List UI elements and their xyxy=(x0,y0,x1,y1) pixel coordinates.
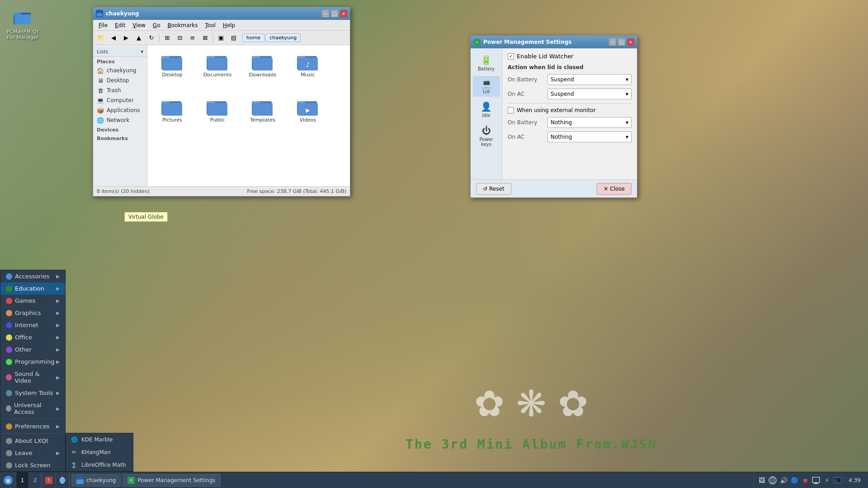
about-label: About LXQt xyxy=(15,437,48,444)
sidebar-lists-dropdown[interactable]: Lists ▾ xyxy=(93,47,147,57)
file-item-downloads[interactable]: Downloads xyxy=(242,50,283,90)
view-list-btn[interactable]: ≡ xyxy=(187,33,198,43)
close-button[interactable]: ✕ xyxy=(340,10,347,17)
menu-view[interactable]: View xyxy=(129,21,149,29)
file-item-videos[interactable]: ▶ Videos xyxy=(288,95,328,136)
menu-item-universal-access[interactable]: Universal Access ▶ xyxy=(0,399,65,418)
menu-item-other[interactable]: Other ▶ xyxy=(0,343,65,356)
pm-close-btn[interactable]: ✕ Close xyxy=(597,183,632,195)
pm-on-battery-dropdown[interactable]: Suspend ▾ xyxy=(547,74,632,85)
menu-item-graphics[interactable]: Graphics ▶ xyxy=(0,307,65,319)
pager-page-2[interactable]: 2 xyxy=(29,472,42,488)
taskbar-window-powermgmt[interactable]: ⚡ Power Management Settings xyxy=(123,474,220,487)
menu-item-preferences[interactable]: Preferences ▶ xyxy=(0,420,65,432)
filter-btn[interactable]: ▤ xyxy=(228,33,240,43)
pm-maximize-button[interactable]: □ xyxy=(618,38,625,46)
menu-help[interactable]: Help xyxy=(219,21,239,29)
new-folder-btn[interactable]: 📁 xyxy=(95,33,107,43)
file-item-pictures[interactable]: Pictures xyxy=(152,95,193,136)
pm-close-button[interactable]: ✕ xyxy=(627,38,634,46)
back-btn[interactable]: ◀ xyxy=(108,33,119,43)
menu-item-accessories[interactable]: Accessories ▶ xyxy=(0,270,65,282)
file-item-desktop[interactable]: Desktop xyxy=(152,50,193,90)
lists-select[interactable]: Lists ▾ xyxy=(95,49,145,55)
tray-terminal-icon[interactable]: $ _ xyxy=(834,476,842,484)
forward-btn[interactable]: ▶ xyxy=(120,33,132,43)
tray-bluetooth-icon[interactable]: 🔵 xyxy=(790,476,798,484)
pm-ext-on-battery-dropdown[interactable]: Nothing ▾ xyxy=(547,117,632,128)
menu-file[interactable]: File xyxy=(95,21,111,29)
file-item-music[interactable]: ♪ Music xyxy=(288,50,328,90)
sidebar-item-chaekyung[interactable]: 🏠 chaekyung xyxy=(93,66,147,75)
pm-on-ac-dropdown[interactable]: Suspend ▾ xyxy=(547,89,632,99)
menu-item-education[interactable]: Education ▶ xyxy=(0,282,65,295)
edu-item-kde-marble[interactable]: 🌐 KDE Marble xyxy=(66,433,133,446)
folder-icon-desktop xyxy=(161,52,183,70)
sidebar-item-applications[interactable]: 📦 Applications xyxy=(93,105,147,115)
file-item-templates[interactable]: Templates xyxy=(242,95,283,136)
edu-item-libreoffice-math[interactable]: ∑ LibreOffice Math xyxy=(66,459,133,471)
pm-tab-idle[interactable]: 👤 Idle xyxy=(473,99,500,121)
pm-tab-battery[interactable]: 🔋 Battery xyxy=(473,52,500,74)
taskbar-clock[interactable]: 4:39 xyxy=(844,477,864,483)
maximize-button[interactable]: □ xyxy=(331,10,338,17)
sidebar-item-trash[interactable]: 🗑 Trash xyxy=(93,85,147,95)
pm-tab-power-keys[interactable]: ⏻ Power keys xyxy=(473,122,500,150)
menu-edit[interactable]: Edit xyxy=(111,21,129,29)
sidebar-item-network[interactable]: 🌐 Network xyxy=(93,115,147,125)
file-item-documents[interactable]: Documents xyxy=(197,50,238,90)
pm-action-title: Action when lid is closed xyxy=(508,64,632,70)
menu-tool[interactable]: Tool xyxy=(202,21,219,29)
pm-on-ac-value: Suspend xyxy=(551,91,574,97)
menu-item-internet[interactable]: Internet ▶ xyxy=(0,319,65,331)
menu-item-lock-screen[interactable]: Lock Screen xyxy=(0,459,65,471)
taskbar-systray: 🖼 🔊 🔵 ⏺ ⚡ $ _ 4:39 xyxy=(754,472,868,488)
pm-minimize-button[interactable]: ─ xyxy=(609,38,616,46)
menu-go[interactable]: Go xyxy=(149,21,164,29)
breadcrumb-chaekyung[interactable]: chaekyung xyxy=(265,33,301,42)
tray-record-icon[interactable]: ⏺ xyxy=(801,476,809,484)
taskbar-window-filemanager[interactable]: chaekyung xyxy=(71,474,121,487)
menu-item-office[interactable]: Office ▶ xyxy=(0,331,65,343)
about-icon xyxy=(6,438,12,444)
menu-item-system-tools[interactable]: System Tools ▶ xyxy=(0,387,65,399)
pm-reset-button[interactable]: ↺ Reset xyxy=(476,183,511,195)
view-toggle-btn[interactable]: ▣ xyxy=(215,33,227,43)
pager-page-1[interactable]: 1 xyxy=(16,472,29,488)
sidebar-item-computer[interactable]: 💻 Computer xyxy=(93,95,147,105)
menu-item-sound-video[interactable]: Sound & Video ▶ xyxy=(0,368,65,387)
start-button[interactable] xyxy=(0,472,16,488)
breadcrumb-home[interactable]: home xyxy=(242,33,264,42)
view-compact-btn[interactable]: ⊟ xyxy=(174,33,186,43)
view-details-btn[interactable]: ⊠ xyxy=(199,33,211,43)
edu-item-khangman[interactable]: ✏ KHangMan xyxy=(66,446,133,459)
quick-launch-btn[interactable]: ! xyxy=(42,472,56,488)
tray-gimp-icon[interactable]: 🖼 xyxy=(758,476,766,484)
minimize-button[interactable]: ─ xyxy=(322,10,329,17)
menu-item-programming[interactable]: Programming ▶ xyxy=(0,356,65,368)
tray-system-icon[interactable] xyxy=(812,476,820,484)
tray-network-icon[interactable] xyxy=(769,476,777,484)
enable-lid-checkbox[interactable]: ✓ xyxy=(508,53,514,60)
tray-volume-icon[interactable]: 🔊 xyxy=(779,476,788,484)
pm-tab-lid[interactable]: 💻 Lid xyxy=(473,76,500,97)
file-item-public[interactable]: Public xyxy=(197,95,238,136)
sound-video-label: Sound & Video xyxy=(14,371,56,384)
menu-bookmarks[interactable]: Bookmarks xyxy=(164,21,201,29)
menu-item-games[interactable]: Games ▶ xyxy=(0,295,65,307)
pm-main: ✓ Enable Lid Watcher Action when lid is … xyxy=(502,48,637,179)
file-item-downloads-name: Downloads xyxy=(249,72,276,78)
quick-launch-browser-btn[interactable] xyxy=(56,472,69,488)
taskbar: 1 2 ! chaekyung xyxy=(0,472,868,488)
sidebar-item-desktop[interactable]: 🖥 Desktop xyxy=(93,75,147,85)
menu-item-about[interactable]: About LXQt xyxy=(0,435,65,447)
pm-ext-on-ac-dropdown[interactable]: Nothing ▾ xyxy=(547,131,632,142)
ext-monitor-checkbox[interactable] xyxy=(508,107,514,113)
pm-on-ac-arrow: ▾ xyxy=(626,91,628,97)
view-icons-btn[interactable]: ⊞ xyxy=(161,33,173,43)
tray-power-icon[interactable]: ⚡ xyxy=(823,476,831,484)
refresh-btn[interactable]: ↻ xyxy=(146,33,157,43)
up-btn[interactable]: ▲ xyxy=(133,33,145,43)
desktop-icon-filemanager[interactable]: PCManFM-QtFile Manager xyxy=(5,5,41,42)
menu-item-leave[interactable]: Leave ▶ xyxy=(0,447,65,459)
